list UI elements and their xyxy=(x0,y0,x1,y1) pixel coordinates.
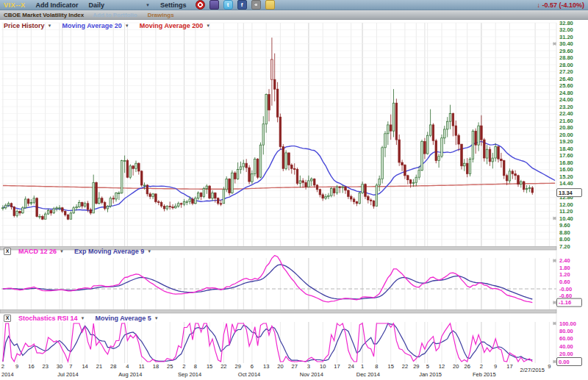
chart-area: 32.8032.0031.2030.4029.6028.8028.0027.20… xyxy=(0,20,588,380)
svg-text:21: 21 xyxy=(96,363,102,370)
stoch-rsi-line xyxy=(3,323,532,362)
add-to-portfolio-link[interactable]: Add to Portfolio xyxy=(93,12,137,18)
svg-text:60.00: 60.00 xyxy=(559,335,573,342)
svg-text:7.20: 7.20 xyxy=(559,243,570,250)
svg-text:29: 29 xyxy=(413,363,419,370)
svg-text:17: 17 xyxy=(506,363,512,370)
close-stoch-panel-button[interactable]: X xyxy=(4,315,11,322)
svg-text:28: 28 xyxy=(110,363,116,370)
current-date-label: 2/27/2015 xyxy=(520,367,545,373)
svg-text:14: 14 xyxy=(82,363,87,370)
svg-text:32.00: 32.00 xyxy=(559,26,573,33)
svg-text:2014: 2014 xyxy=(1,371,14,378)
date-axis: 2916233071421284111825281522296132027310… xyxy=(1,363,551,378)
price-panel-header: Price History▼ Moving Average 20▼ Moving… xyxy=(4,21,210,29)
symbol-description: CBOE Market Volatility Index xyxy=(4,12,84,18)
svg-text:10.40: 10.40 xyxy=(559,215,573,222)
toolbar-icons: tf xyxy=(196,0,275,10)
close-macd-panel-button[interactable]: X xyxy=(4,248,11,255)
change-value: -0.57 (-4.10%) xyxy=(542,1,584,9)
chevron-down-icon[interactable]: ▼ xyxy=(206,24,210,28)
svg-text:0.60: 0.60 xyxy=(559,279,570,285)
macd-signal-menu[interactable]: Exp Moving Average 9 xyxy=(74,248,144,255)
svg-text:31.20: 31.20 xyxy=(559,34,573,40)
svg-text:24.00: 24.00 xyxy=(559,96,573,103)
svg-text:9: 9 xyxy=(548,363,551,370)
svg-text:15: 15 xyxy=(207,363,212,370)
svg-text:29.60: 29.60 xyxy=(559,48,573,54)
macd-menu[interactable]: MACD 12 26 xyxy=(18,248,57,255)
svg-text:28.00: 28.00 xyxy=(559,62,573,68)
svg-text:2: 2 xyxy=(480,363,483,370)
settings-button[interactable]: Settings xyxy=(160,1,187,9)
svg-text:80.00: 80.00 xyxy=(559,328,573,334)
svg-text:4: 4 xyxy=(126,363,129,370)
svg-text:27.20: 27.20 xyxy=(559,68,573,75)
camera-icon[interactable] xyxy=(251,0,261,10)
chart-canvas: 32.8032.0031.2030.4029.6028.8028.0027.20… xyxy=(0,20,588,380)
macd-line xyxy=(3,256,532,303)
svg-text:0.00: 0.00 xyxy=(559,359,570,365)
svg-text:2: 2 xyxy=(1,363,4,370)
svg-text:17.60: 17.60 xyxy=(559,152,573,159)
svg-text:32.80: 32.80 xyxy=(559,20,573,26)
svg-text:Dec 2014: Dec 2014 xyxy=(356,371,380,378)
add-indicator-button[interactable]: Add Indicator xyxy=(36,1,79,9)
svg-text:Oct 2014: Oct 2014 xyxy=(238,371,260,378)
svg-text:12: 12 xyxy=(439,363,445,370)
svg-text:8.80: 8.80 xyxy=(559,229,570,236)
svg-text:-0.00: -0.00 xyxy=(559,286,572,293)
svg-text:3: 3 xyxy=(307,363,310,370)
svg-text:25: 25 xyxy=(167,363,173,370)
record-icon[interactable] xyxy=(196,0,205,10)
svg-text:9.60: 9.60 xyxy=(559,222,570,229)
down-arrow-icon: ↓ xyxy=(537,1,540,9)
ma200-line xyxy=(3,183,555,189)
ma200-menu[interactable]: Moving Average 200 xyxy=(140,22,203,29)
svg-text:1.80: 1.80 xyxy=(559,265,570,271)
chevron-down-icon[interactable]: ▼ xyxy=(81,316,85,320)
panel-separators xyxy=(0,247,556,314)
svg-text:18: 18 xyxy=(153,363,159,370)
price-history-menu[interactable]: Price History xyxy=(4,22,45,29)
svg-text:12.00: 12.00 xyxy=(559,201,573,208)
ma20-menu[interactable]: Moving Average 20 xyxy=(62,22,121,29)
facebook-icon[interactable]: f xyxy=(237,0,247,10)
chevron-down-icon[interactable]: ▼ xyxy=(60,249,64,254)
chevron-down-icon[interactable]: ▼ xyxy=(147,249,151,254)
chevron-down-icon[interactable]: ▼ xyxy=(48,24,52,28)
svg-text:20.00: 20.00 xyxy=(559,132,573,138)
trading-app-window: VIX--X Add Indicator Daily ▼ Settings tf… xyxy=(0,0,588,380)
svg-text:Feb 2015: Feb 2015 xyxy=(473,371,496,378)
svg-text:Sep 2014: Sep 2014 xyxy=(178,371,201,378)
period-dropdown-icon[interactable]: ▼ xyxy=(146,3,150,7)
note-icon[interactable] xyxy=(265,0,275,10)
svg-text:23: 23 xyxy=(43,363,49,370)
drawings-link[interactable]: Drawings xyxy=(148,12,174,18)
svg-text:Nov 2014: Nov 2014 xyxy=(300,371,323,378)
svg-text:14.40: 14.40 xyxy=(559,180,573,187)
svg-text:18.40: 18.40 xyxy=(559,146,573,152)
svg-text:6: 6 xyxy=(251,363,254,370)
svg-text:8: 8 xyxy=(375,363,378,370)
svg-text:20.80: 20.80 xyxy=(559,124,573,131)
symbol-label[interactable]: VIX--X xyxy=(4,1,26,9)
svg-text:17: 17 xyxy=(334,363,340,370)
svg-text:26.40: 26.40 xyxy=(559,76,573,82)
axis-scroll-arrows xyxy=(553,42,556,364)
twitter-icon[interactable]: t xyxy=(223,0,233,10)
svg-text:19.20: 19.20 xyxy=(559,138,573,145)
cube-icon[interactable] xyxy=(209,0,219,10)
candlesticks xyxy=(2,37,534,220)
svg-text:21.60: 21.60 xyxy=(559,118,573,124)
svg-text:9: 9 xyxy=(494,363,497,370)
period-select[interactable]: Daily xyxy=(89,1,105,9)
svg-text:15: 15 xyxy=(387,363,393,370)
svg-text:40.00: 40.00 xyxy=(559,343,573,350)
svg-text:20.00: 20.00 xyxy=(559,351,573,357)
stoch-ma-menu[interactable]: Moving Average 5 xyxy=(96,315,151,322)
chevron-down-icon[interactable]: ▼ xyxy=(154,316,159,320)
stoch-panel-header: X Stochastics RSI 14▼ Moving Average 5▼ xyxy=(4,314,159,322)
chevron-down-icon[interactable]: ▼ xyxy=(125,24,129,28)
stoch-rsi-menu[interactable]: Stochastics RSI 14 xyxy=(18,315,78,322)
